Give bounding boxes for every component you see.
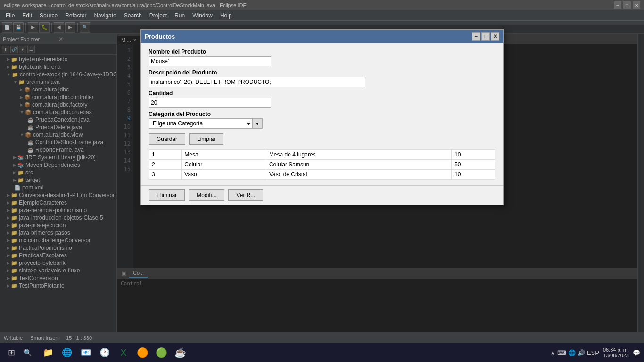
taskbar-mail[interactable]: 📧 [77, 344, 94, 361]
writable-status: Writable [4, 335, 23, 341]
system-tray-icons: ∧ ⌨ 🌐 🔊 ESP [551, 349, 599, 356]
product-id: 3 [149, 170, 182, 180]
product-descripcion: Vaso de Cristal [266, 170, 451, 180]
menu-source[interactable]: Source [36, 11, 61, 20]
minimize-button[interactable]: − [614, 1, 621, 9]
nombre-input[interactable] [149, 56, 271, 66]
cantidad-input[interactable] [149, 98, 271, 108]
network-icon[interactable]: 🌐 [568, 349, 576, 356]
menu-bar: File Edit Source Refactor Navigate Searc… [0, 10, 644, 21]
chevron-up-icon[interactable]: ∧ [551, 349, 555, 356]
product-descripcion: Mesa de 4 lugares [266, 150, 451, 160]
categoria-select[interactable]: Elige una Categoría [149, 118, 252, 129]
dialog-minimize-button[interactable]: − [472, 32, 480, 41]
product-id: 1 [149, 150, 182, 160]
nombre-field-group: Nombre del Producto [149, 49, 495, 66]
productos-dialog: Productos − □ ✕ Nombre del Producto Desc… [140, 29, 504, 205]
descripcion-label: Descripción del Producto [149, 69, 495, 76]
menu-edit[interactable]: Edit [18, 11, 36, 20]
taskbar-green-circle[interactable]: 🟢 [153, 344, 170, 361]
categoria-field-group: Categoría del Producto Elige una Categor… [149, 111, 495, 129]
ver-reporte-button[interactable]: Ver R... [228, 189, 263, 201]
taskbar-browser[interactable]: 🌐 [58, 344, 75, 361]
categoria-dropdown-arrow[interactable]: ▼ [252, 118, 263, 129]
modificar-button[interactable]: Modifi... [189, 189, 224, 201]
dialog-overlay: Productos − □ ✕ Nombre del Producto Desc… [0, 25, 644, 332]
taskbar-excel[interactable]: X [115, 344, 132, 361]
taskbar-clock[interactable]: 🕐 [96, 344, 113, 361]
notification-icon[interactable]: 💬 [633, 349, 640, 356]
table-row[interactable]: 1 Mesa Mesa de 4 lugares 10 [149, 150, 495, 160]
product-nombre: Vaso [182, 170, 266, 180]
product-descripcion: Celular Samsun [266, 160, 451, 170]
table-body: 1 Mesa Mesa de 4 lugares 10 2 Celular Ce… [149, 150, 495, 180]
descripcion-field-group: Descripción del Producto [149, 69, 495, 87]
keyboard-icon[interactable]: ⌨ [557, 349, 566, 356]
smart-insert-status: Smart Insert [30, 335, 58, 341]
volume-icon[interactable]: 🔊 [578, 349, 585, 356]
menu-file[interactable]: File [2, 11, 18, 20]
window-controls: − □ ✕ [614, 1, 640, 9]
nombre-label: Nombre del Producto [149, 49, 495, 55]
search-button[interactable]: 🔍 [19, 345, 36, 360]
table-row[interactable]: 2 Celular Celular Samsun 50 [149, 160, 495, 170]
eliminar-button[interactable]: Eliminar [149, 189, 185, 201]
cantidad-label: Cantidad [149, 90, 495, 97]
menu-navigate[interactable]: Navigate [90, 11, 120, 20]
cursor-position: 15 : 1 : 330 [66, 335, 92, 341]
product-nombre: Celular [182, 160, 266, 170]
dialog-bottom-buttons: Eliminar Modifi... Ver R... [141, 185, 503, 205]
dialog-body: Nombre del Producto Descripción del Prod… [141, 43, 503, 185]
menu-window[interactable]: Window [189, 11, 216, 20]
taskbar-time: 06:34 p. m. [603, 347, 629, 353]
product-cantidad: 10 [452, 150, 495, 160]
dialog-close-button[interactable]: ✕ [491, 32, 499, 41]
taskbar-right-area: ∧ ⌨ 🌐 🔊 ESP 06:34 p. m. 13/08/2023 💬 [551, 347, 640, 358]
dialog-titlebar: Productos − □ ✕ [141, 30, 503, 43]
table-row[interactable]: 3 Vaso Vaso de Cristal 10 [149, 170, 495, 180]
products-table: 1 Mesa Mesa de 4 lugares 10 2 Celular Ce… [149, 149, 495, 180]
taskbar-date: 13/08/2023 [603, 353, 629, 358]
taskbar-java[interactable]: ☕ [172, 344, 189, 361]
product-nombre: Mesa [182, 150, 266, 160]
title-bar: eclipse-workspace - control-de-stock/src… [0, 0, 644, 10]
menu-project[interactable]: Project [146, 11, 171, 20]
status-bar: Writable Smart Insert 15 : 1 : 330 [0, 332, 644, 343]
taskbar: ⊞ 🔍 📁 🌐 📧 🕐 X 🟠 🟢 ☕ ∧ ⌨ 🌐 🔊 ESP 06:34 p.… [0, 343, 644, 362]
cantidad-field-group: Cantidad [149, 90, 495, 108]
descripcion-input[interactable] [149, 77, 365, 87]
menu-help[interactable]: Help [216, 11, 236, 20]
menu-search[interactable]: Search [120, 11, 146, 20]
dialog-title: Productos [145, 33, 471, 40]
product-cantidad: 10 [452, 170, 495, 180]
taskbar-pinned-apps: 📁 🌐 📧 🕐 X 🟠 🟢 ☕ [40, 344, 189, 361]
start-button[interactable]: ⊞ [4, 345, 19, 360]
menu-refactor[interactable]: Refactor [61, 11, 90, 20]
categoria-label: Categoría del Producto [149, 111, 495, 117]
menu-run[interactable]: Run [171, 11, 189, 20]
taskbar-file-explorer[interactable]: 📁 [40, 344, 57, 361]
product-cantidad: 50 [452, 160, 495, 170]
action-buttons-row: Guardar Limpiar [149, 133, 495, 145]
dialog-maximize-button[interactable]: □ [481, 32, 490, 41]
language-indicator[interactable]: ESP [587, 349, 599, 356]
product-id: 2 [149, 160, 182, 170]
limpiar-button[interactable]: Limpiar [189, 133, 223, 145]
clock-area: 06:34 p. m. 13/08/2023 [603, 347, 629, 358]
eclipse-window: eclipse-workspace - control-de-stock/src… [0, 0, 644, 362]
window-title: eclipse-workspace - control-de-stock/src… [4, 2, 614, 8]
categoria-select-row: Elige una Categoría ▼ [149, 118, 495, 129]
close-button[interactable]: ✕ [633, 1, 640, 9]
maximize-button[interactable]: □ [623, 1, 631, 9]
taskbar-orange-app[interactable]: 🟠 [134, 344, 151, 361]
guardar-button[interactable]: Guardar [149, 133, 185, 145]
